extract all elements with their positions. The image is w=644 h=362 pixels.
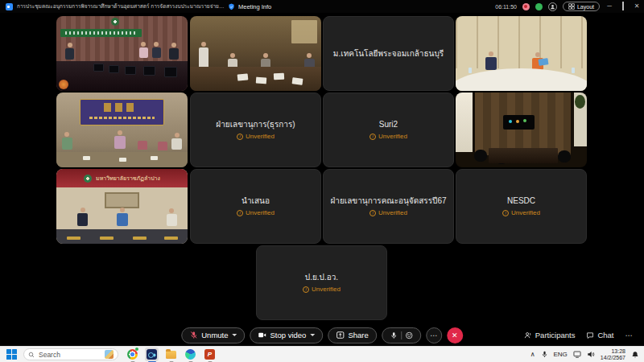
person-figure <box>114 136 126 149</box>
unverified-icon <box>369 210 376 216</box>
monitor <box>143 66 155 76</box>
folder-icon <box>166 351 176 359</box>
name-plate <box>100 237 114 240</box>
start-button[interactable] <box>6 349 17 360</box>
title-bar: การประชุมคณะอนุกรรมการพิจารณาศึกษาด้านอุ… <box>0 0 644 13</box>
camera-icon <box>258 331 267 339</box>
tray-expand-button[interactable]: ∧ <box>530 351 535 358</box>
unverified-badge: Unverified <box>237 209 275 216</box>
meeting-table <box>489 148 558 164</box>
meeting-info-button[interactable]: Meeting Info <box>228 3 271 10</box>
unverified-label: Unverified <box>378 209 407 216</box>
participant-tile-secretariat-admin[interactable]: ฝ่ายเลขานุการ(ธุรการ) Unverified <box>190 93 321 167</box>
language-indicator[interactable]: ENG <box>554 351 568 358</box>
person-figure <box>199 47 208 68</box>
clock-date: 14/2/2567 <box>601 355 625 361</box>
unverified-label: Unverified <box>511 209 540 216</box>
layout-button[interactable]: Layout <box>563 2 600 11</box>
grid-layout-icon <box>568 3 575 10</box>
participant-tile-pyp-mhesi[interactable]: ป.ย.ป.อว. Unverified <box>256 245 387 320</box>
reactions-smiley-icon[interactable] <box>405 331 413 339</box>
tv-screen <box>503 115 535 130</box>
leave-meeting-button[interactable]: ✕ <box>447 327 463 343</box>
maximize-icon <box>622 2 624 10</box>
participant-tile-allocation-secretariat[interactable]: ฝ่ายเลขานุการคณะอนุจัดสรรปี67 Unverified <box>323 169 454 244</box>
edge-icon <box>185 349 196 360</box>
chair <box>558 150 571 162</box>
taskbar-clock[interactable]: 13:28 14/2/2567 <box>601 348 625 360</box>
minimize-button[interactable]: ─ <box>605 3 613 10</box>
close-button[interactable]: ✕ <box>633 3 641 10</box>
person-figure <box>65 48 74 60</box>
maximize-button[interactable] <box>619 3 627 10</box>
stop-video-button[interactable]: Stop video <box>250 327 324 343</box>
tray-mic-icon[interactable] <box>541 351 548 358</box>
video-tile-wood-office[interactable] <box>456 93 587 167</box>
room-emblem <box>111 18 119 26</box>
participant-tile-suri2[interactable]: Suri2 Unverified <box>323 93 454 167</box>
person-figure <box>139 47 148 58</box>
chrome-icon <box>127 349 138 360</box>
recording-indicator-icon[interactable] <box>522 3 530 10</box>
video-tile-lampang-university[interactable]: มหาวิทยาลัยราชภัฏลำปาง <box>56 169 188 244</box>
taskbar-chrome-icon[interactable] <box>126 348 139 361</box>
video-tile-conference-room[interactable] <box>56 16 188 91</box>
chevron-down-icon[interactable] <box>233 334 237 336</box>
taskbar-edge-icon[interactable] <box>184 348 197 361</box>
participant-name: Suri2 <box>374 120 402 130</box>
clock-time: 13:28 <box>611 348 625 355</box>
paper-document <box>237 73 248 80</box>
participant-tile-nesdc[interactable]: NESDC Unverified <box>456 169 587 244</box>
video-tile-bright-room[interactable] <box>456 16 587 91</box>
more-options-button[interactable]: ⋯ <box>426 327 442 343</box>
unmute-button[interactable]: Unmute <box>181 327 245 343</box>
person-figure <box>77 213 88 226</box>
chevron-down-icon[interactable] <box>310 334 315 336</box>
chat-button[interactable]: Chat <box>586 331 613 339</box>
more-right-button[interactable]: ⋯ <box>625 331 634 339</box>
person-figure <box>169 48 179 60</box>
shield-icon <box>228 3 235 10</box>
mic-icon[interactable] <box>390 331 398 339</box>
participants-button[interactable]: Participants <box>524 331 576 339</box>
cast-display-icon[interactable] <box>573 351 581 358</box>
search-placeholder: Search <box>39 351 60 359</box>
share-button[interactable]: Share <box>328 327 376 343</box>
view-mode-button[interactable] <box>548 2 557 11</box>
person-figure <box>171 138 182 150</box>
unverified-icon <box>303 286 309 293</box>
connection-indicator-icon <box>535 3 543 10</box>
video-tile-desk-documents[interactable] <box>190 16 321 91</box>
share-screen-icon <box>336 331 345 339</box>
powerpoint-icon: P <box>204 349 215 360</box>
notification-bell-icon[interactable] <box>631 351 639 359</box>
paper-document <box>119 158 126 162</box>
meeting-title: การประชุมคณะอนุกรรมการพิจารณาศึกษาด้านอุ… <box>17 2 225 10</box>
search-highlight-icon[interactable] <box>105 350 114 359</box>
taskbar-search[interactable]: Search <box>23 348 118 360</box>
share-label: Share <box>348 331 368 339</box>
participant-name: ม.เทคโนโลยีพระจอมเกล้าธนบุรี <box>328 49 448 59</box>
taskbar-file-explorer-icon[interactable] <box>164 348 178 361</box>
unverified-badge: Unverified <box>237 133 275 140</box>
mic-muted-icon <box>189 331 198 339</box>
video-tile-purple-sign-office[interactable] <box>56 93 188 167</box>
white-table <box>456 68 587 91</box>
water-bottle <box>572 68 575 73</box>
person-figure <box>62 138 72 150</box>
participant-tile-presenter[interactable]: นำเสนอ Unverified <box>190 169 321 244</box>
meeting-app-icon <box>6 3 13 10</box>
name-plate <box>164 237 178 240</box>
meeting-control-bar: Unmute Stop video Share ⋯ ✕ <box>0 324 644 346</box>
taskbar-powerpoint-icon[interactable]: P <box>203 348 217 361</box>
participant-tile-kmutt[interactable]: ม.เทคโนโลยีพระจอมเกล้าธนบุรี <box>323 16 454 91</box>
speaker-icon[interactable] <box>587 351 595 358</box>
monitor <box>164 67 177 77</box>
participants-icon <box>524 331 532 339</box>
chat-label: Chat <box>597 331 613 339</box>
university-banner-text: มหาวิทยาลัยราชภัฏลำปาง <box>96 174 160 183</box>
taskbar-meeting-app-icon[interactable] <box>145 348 159 361</box>
person-figure <box>117 213 128 226</box>
unverified-badge: Unverified <box>502 209 540 216</box>
person-icon <box>550 4 555 10</box>
